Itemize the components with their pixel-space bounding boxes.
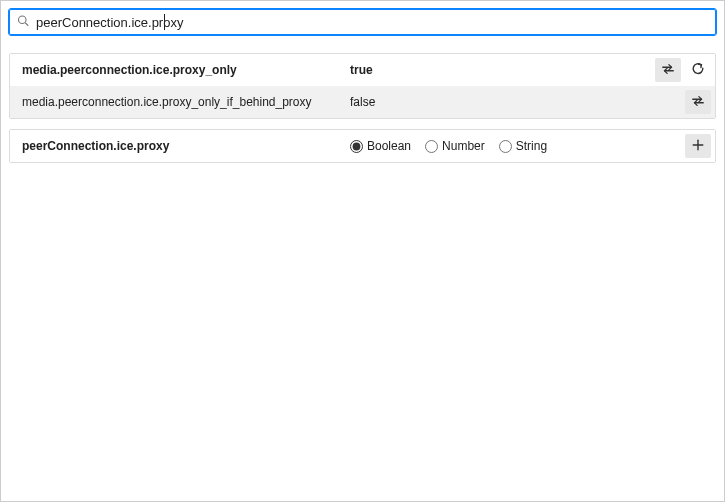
pref-name: media.peerconnection.ice.proxy_only_if_b… (10, 95, 350, 109)
type-label: Number (442, 139, 485, 153)
reset-icon (691, 62, 705, 79)
toggle-icon (661, 62, 675, 79)
type-radio-group: Boolean Number String (350, 139, 645, 153)
radio-boolean[interactable] (350, 140, 363, 153)
pref-list: media.peerconnection.ice.proxy_only true (9, 53, 716, 119)
type-option-boolean[interactable]: Boolean (350, 139, 411, 153)
pref-name: media.peerconnection.ice.proxy_only (10, 63, 350, 77)
search-bar (9, 9, 716, 35)
toggle-button[interactable] (685, 90, 711, 114)
add-button[interactable] (685, 134, 711, 158)
type-option-string[interactable]: String (499, 139, 547, 153)
type-label: String (516, 139, 547, 153)
pref-row: media.peerconnection.ice.proxy_only true (10, 54, 715, 86)
new-pref-row: peerConnection.ice.proxy Boolean Number … (9, 129, 716, 163)
new-pref-name: peerConnection.ice.proxy (10, 139, 350, 153)
search-input[interactable] (9, 9, 716, 35)
pref-value: false (350, 95, 645, 109)
reset-button[interactable] (685, 58, 711, 82)
type-option-number[interactable]: Number (425, 139, 485, 153)
radio-number[interactable] (425, 140, 438, 153)
type-label: Boolean (367, 139, 411, 153)
plus-icon (691, 138, 705, 155)
pref-row: media.peerconnection.ice.proxy_only_if_b… (10, 86, 715, 118)
radio-string[interactable] (499, 140, 512, 153)
toggle-button[interactable] (655, 58, 681, 82)
toggle-icon (691, 94, 705, 111)
pref-value: true (350, 63, 645, 77)
